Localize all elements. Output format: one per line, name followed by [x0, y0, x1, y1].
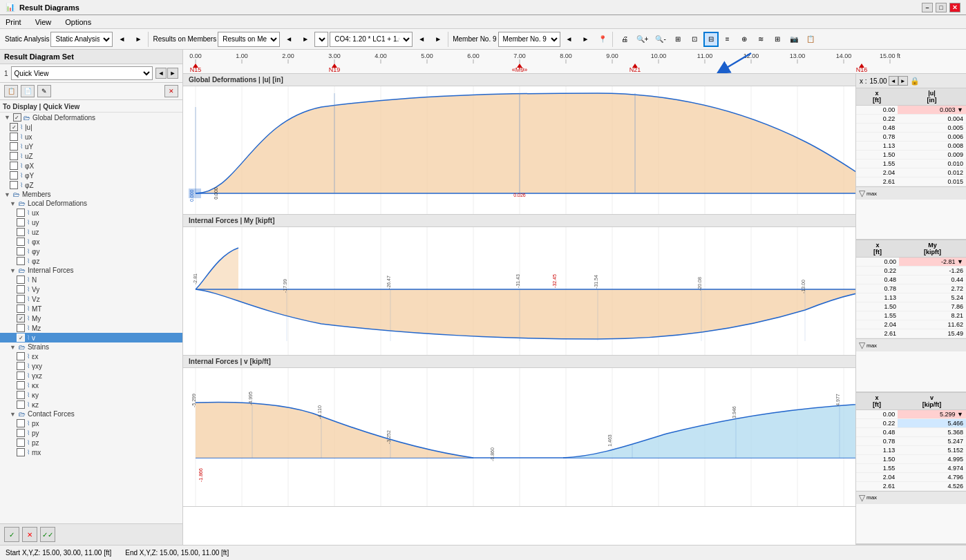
tree-item-kx[interactable]: ⌇ κx: [0, 380, 182, 390]
tree-item-yxy[interactable]: ⌇ γxy: [0, 361, 182, 371]
checkbox-l-phiz[interactable]: [17, 257, 25, 265]
checkbox-l-uy[interactable]: [17, 218, 25, 226]
checkbox-mx[interactable]: [17, 448, 25, 456]
reset-btn[interactable]: ✓✓: [40, 527, 55, 542]
settings7-btn[interactable]: 📷: [786, 32, 802, 47]
tree-item-px[interactable]: ⌇ px: [0, 418, 182, 428]
checkbox-Vy[interactable]: [17, 285, 25, 293]
checkbox-phiy[interactable]: [10, 171, 18, 180]
tree-item-Mz[interactable]: ⌇ Mz: [0, 323, 182, 333]
diagram-canvas-v[interactable]: -5.299 -1.866 -4.995 -4.110 -3.252 -0.86…: [183, 368, 855, 506]
loadcase-prev-btn[interactable]: ◄: [414, 32, 429, 47]
menu-options[interactable]: Options: [62, 17, 94, 28]
copy-btn[interactable]: 📋: [4, 85, 18, 97]
member-prev-btn[interactable]: ◄: [562, 32, 577, 47]
loadcase-next-btn[interactable]: ►: [430, 32, 446, 47]
print-btn[interactable]: 🖨: [617, 32, 632, 47]
member-next-btn[interactable]: ►: [578, 32, 594, 47]
close-panel-btn[interactable]: ✕: [164, 85, 178, 97]
tree-item-Vz[interactable]: ⌇ Vz: [0, 294, 182, 304]
settings2-btn[interactable]: ⊡: [687, 32, 702, 47]
checkbox-yxz[interactable]: [17, 371, 25, 380]
x-next-btn[interactable]: ►: [898, 76, 908, 86]
tree-item-pz[interactable]: ⌇ pz: [0, 438, 182, 447]
tree-item-members[interactable]: ▼ 🗁 Members: [0, 190, 182, 199]
checkbox-l-uz[interactable]: [17, 228, 25, 236]
diagram-canvas-global[interactable]: 0.000 0.026 0.015 in 0.000: [183, 86, 855, 214]
member-pin-btn[interactable]: 📍: [595, 32, 610, 47]
checkbox-ex[interactable]: [17, 352, 25, 360]
checkbox-ux[interactable]: [10, 133, 18, 141]
tree-item-ky[interactable]: ⌇ κy: [0, 390, 182, 400]
maximize-button[interactable]: □: [936, 3, 947, 12]
settings5-btn[interactable]: ≋: [753, 32, 768, 47]
tree-item-yxz[interactable]: ⌇ γxz: [0, 371, 182, 380]
checkbox-kz[interactable]: [17, 400, 25, 409]
tree-item-u[interactable]: ⌇ |u|: [0, 122, 182, 132]
checkbox-My[interactable]: [17, 314, 25, 322]
tree-item-My[interactable]: ⌇ My: [0, 313, 182, 323]
checkbox-yxy[interactable]: [17, 362, 25, 370]
checkbox-l-ux[interactable]: [17, 209, 25, 217]
tree-item-ux[interactable]: ⌇ ux: [0, 132, 182, 142]
results-select[interactable]: Results on Members: [218, 32, 280, 47]
tree-item-mx[interactable]: ⌇ mx: [0, 447, 182, 457]
checkbox-Mz[interactable]: [17, 324, 25, 332]
tree-item-uz[interactable]: ⌇ uZ: [0, 151, 182, 161]
tree-item-uy[interactable]: ⌇ uY: [0, 142, 182, 151]
apply-btn[interactable]: ✓: [4, 527, 19, 542]
results-prev-btn[interactable]: ◄: [281, 32, 296, 47]
checkbox-l-phiy[interactable]: [17, 247, 25, 255]
zoom-in-btn[interactable]: 🔍+: [634, 32, 652, 47]
filter-icon-def[interactable]: ▽: [859, 189, 865, 198]
tree-item-MT[interactable]: ⌇ MT: [0, 304, 182, 313]
analysis-select[interactable]: Static Analysis: [50, 32, 113, 47]
tree-item-l-phiz[interactable]: ⌇ φz: [0, 256, 182, 266]
tree-item-phiy[interactable]: ⌇ φY: [0, 171, 182, 180]
tree-item-N[interactable]: ⌇ N: [0, 275, 182, 284]
menu-view[interactable]: View: [32, 17, 55, 28]
active-settings-btn[interactable]: ⊟: [703, 32, 719, 47]
set-select[interactable]: Quick View: [11, 66, 153, 80]
analysis-prev-btn[interactable]: ◄: [114, 32, 129, 47]
analysis-next-btn[interactable]: ►: [131, 32, 146, 47]
member-select[interactable]: Member No. 9: [498, 32, 560, 47]
tree-item-strains[interactable]: ▼ 🗁 Strains: [0, 342, 182, 351]
tree-item-l-phix[interactable]: ⌇ φx: [0, 237, 182, 247]
diagram-canvas-my[interactable]: -2.81 -17.99 -26.47 -31.43 -32.45 -31.54…: [183, 227, 855, 355]
minimize-button[interactable]: –: [922, 3, 933, 12]
tree-item-l-uz[interactable]: ⌇ uz: [0, 227, 182, 237]
set-next-btn[interactable]: ►: [167, 68, 178, 79]
set-prev-btn[interactable]: ◄: [155, 68, 167, 79]
edit-btn[interactable]: ✎: [37, 85, 51, 97]
checkbox-MT[interactable]: [17, 305, 25, 313]
settings6-btn[interactable]: ⊞: [770, 32, 785, 47]
tree-item-internal-forces[interactable]: ▼ 🗁 Internal Forces: [0, 266, 182, 275]
checkbox-py[interactable]: [17, 429, 25, 437]
tree-item-v[interactable]: ⌇ v: [0, 333, 182, 342]
checkbox-uy[interactable]: [10, 142, 18, 151]
remove-btn[interactable]: ✕: [22, 527, 37, 542]
checkbox-global-def[interactable]: [13, 113, 21, 122]
tree-item-local-def[interactable]: ▼ 🗁 Local Deformations: [0, 199, 182, 208]
checkbox-N[interactable]: [17, 276, 25, 284]
checkbox-v[interactable]: [17, 334, 25, 342]
new-btn[interactable]: 📄: [21, 85, 35, 97]
checkbox-phiz[interactable]: [10, 181, 18, 189]
checkbox-uz[interactable]: [10, 152, 18, 160]
x-prev-btn[interactable]: ◄: [889, 76, 898, 86]
tree-item-global-def[interactable]: ▼ 🗁 Global Deformations: [0, 113, 182, 122]
checkbox-u[interactable]: [10, 123, 18, 131]
settings3-btn[interactable]: ≡: [720, 32, 735, 47]
checkbox-ky[interactable]: [17, 391, 25, 399]
menu-print[interactable]: Print: [3, 17, 24, 28]
tree-item-py[interactable]: ⌇ py: [0, 428, 182, 438]
tree-item-phiz[interactable]: ⌇ φZ: [0, 180, 182, 190]
checkbox-Vz[interactable]: [17, 295, 25, 303]
tree-item-kz[interactable]: ⌇ κz: [0, 400, 182, 409]
combo-select[interactable]: 2: [314, 32, 328, 47]
tree-item-Vy[interactable]: ⌇ Vy: [0, 284, 182, 294]
zoom-out-btn[interactable]: 🔍-: [652, 32, 668, 47]
tree-item-phix[interactable]: ⌇ φX: [0, 161, 182, 171]
settings4-btn[interactable]: ⊕: [737, 32, 752, 47]
